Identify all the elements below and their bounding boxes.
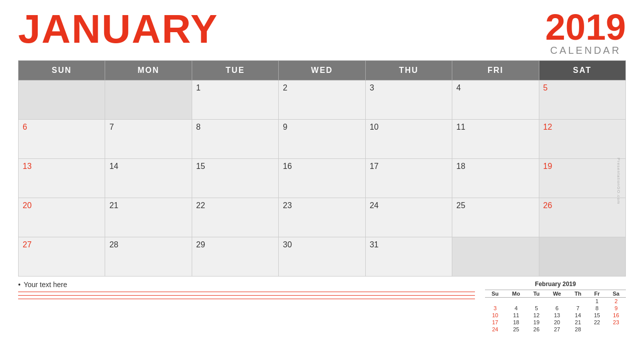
calendar-day-cell: 23	[279, 198, 365, 237]
mini-cal-week-row: 17181920212223	[485, 319, 626, 326]
header-tue: TUE	[192, 61, 278, 80]
calendar-day-cell: 9	[279, 120, 365, 159]
header-sun: SUN	[19, 61, 105, 80]
mini-cal-day: 23	[606, 319, 626, 326]
calendar-day-cell: 13	[19, 159, 105, 198]
mini-cal-week-row: 10111213141516	[485, 312, 626, 319]
calendar-day-cell: 14	[105, 159, 192, 198]
mini-cal-day: 20	[546, 319, 568, 326]
mini-cal-day: 17	[485, 319, 505, 326]
calendar-day-cell: 25	[452, 198, 539, 237]
mini-cal-day: 5	[527, 305, 546, 312]
note-line-3	[18, 299, 475, 299]
note-line-2	[18, 295, 475, 296]
calendar-day-cell: 27	[19, 237, 105, 277]
mini-cal-day: 6	[546, 305, 568, 312]
mini-cal-day: 4	[505, 305, 527, 312]
note-line-1	[18, 292, 475, 292]
calendar-table: SUN MON TUE WED THU FRI SAT 123456789101…	[18, 60, 626, 277]
header-wed: WED	[279, 61, 365, 80]
mini-cal-day: 21	[568, 319, 588, 326]
mini-cal-day: 7	[568, 305, 588, 312]
calendar-day-cell	[452, 237, 539, 277]
mini-cal-day: 8	[588, 305, 606, 312]
mini-cal-header-row: Su Mo Tu We Th Fr Sa	[485, 290, 626, 298]
bottom-section: • Your text here February 2019 Su Mo Tu …	[0, 277, 644, 333]
calendar-week-row: 6789101112	[19, 120, 626, 159]
mini-cal-day: 11	[505, 312, 527, 319]
mini-header-we: We	[546, 290, 568, 298]
calendar-day-cell: 3	[365, 80, 452, 120]
mini-cal-day: 2	[606, 298, 626, 305]
calendar-day-cell: 31	[365, 237, 452, 277]
header-sat: SAT	[539, 61, 625, 80]
header-fri: FRI	[452, 61, 539, 80]
mini-header-sa: Sa	[606, 290, 626, 298]
mini-cal-day: 16	[606, 312, 626, 319]
mini-cal-day: 18	[505, 319, 527, 326]
mini-cal-day: 10	[485, 312, 505, 319]
calendar-day-cell: 22	[192, 198, 278, 237]
mini-cal-day: 28	[568, 326, 588, 333]
mini-cal-day	[588, 326, 606, 333]
calendar-day-cell: 6	[19, 120, 105, 159]
calendar-day-cell: 20	[19, 198, 105, 237]
calendar-day-cell: 19	[539, 159, 625, 198]
mini-cal-day: 13	[546, 312, 568, 319]
page-header: JANUARY 2019 CALENDAR	[0, 0, 644, 60]
mini-cal-title: February 2019	[485, 281, 626, 288]
mini-cal-day: 22	[588, 319, 606, 326]
calendar-day-cell: 1	[192, 80, 278, 120]
calendar-day-cell: 11	[452, 120, 539, 159]
calendar-day-cell: 7	[105, 120, 192, 159]
mini-cal-day: 19	[527, 319, 546, 326]
header-thu: THU	[365, 61, 452, 80]
mini-cal-day	[527, 298, 546, 305]
mini-header-fr: Fr	[588, 290, 606, 298]
mini-header-mo: Mo	[505, 290, 527, 298]
bullet-symbol: •	[18, 281, 21, 289]
calendar-label: CALENDAR	[545, 45, 626, 55]
weekday-header-row: SUN MON TUE WED THU FRI SAT	[19, 61, 626, 80]
mini-header-su: Su	[485, 290, 505, 298]
calendar-day-cell: 12	[539, 120, 625, 159]
side-watermark: PresentationGO.com	[616, 158, 621, 205]
calendar-day-cell: 24	[365, 198, 452, 237]
calendar-day-cell: 2	[279, 80, 365, 120]
mini-cal-day: 14	[568, 312, 588, 319]
mini-cal-day: 15	[588, 312, 606, 319]
mini-cal-day: 1	[588, 298, 606, 305]
mini-cal-week-row: 2425262728	[485, 326, 626, 333]
calendar-day-cell: 21	[105, 198, 192, 237]
mini-cal-day: 26	[527, 326, 546, 333]
calendar-day-cell: 5	[539, 80, 625, 120]
mini-cal-day: 12	[527, 312, 546, 319]
mini-cal-day: 27	[546, 326, 568, 333]
mini-cal-day	[505, 298, 527, 305]
calendar-day-cell: 10	[365, 120, 452, 159]
mini-calendar-section: February 2019 Su Mo Tu We Th Fr Sa 12345…	[485, 281, 626, 333]
mini-header-tu: Tu	[527, 290, 546, 298]
calendar-week-row: 12345	[19, 80, 626, 120]
mini-cal-day: 9	[606, 305, 626, 312]
calendar-day-cell: 30	[279, 237, 365, 277]
calendar-day-cell: 15	[192, 159, 278, 198]
mini-cal-day	[485, 298, 505, 305]
note-text: Your text here	[24, 281, 67, 289]
calendar-container: SUN MON TUE WED THU FRI SAT 123456789101…	[0, 60, 644, 277]
calendar-week-row: 20212223242526	[19, 198, 626, 237]
calendar-week-row: 2728293031	[19, 237, 626, 277]
year-block: 2019 CALENDAR	[545, 9, 626, 55]
calendar-day-cell: 26	[539, 198, 625, 237]
calendar-day-cell	[105, 80, 192, 120]
mini-cal-day: 3	[485, 305, 505, 312]
calendar-day-cell	[539, 237, 625, 277]
calendar-day-cell: 18	[452, 159, 539, 198]
calendar-week-row: 13141516171819	[19, 159, 626, 198]
mini-cal-day	[568, 298, 588, 305]
note-bullet: • Your text here	[18, 281, 475, 289]
mini-cal-day	[546, 298, 568, 305]
month-title: JANUARY	[18, 9, 218, 49]
calendar-day-cell	[19, 80, 105, 120]
mini-cal-day	[606, 326, 626, 333]
